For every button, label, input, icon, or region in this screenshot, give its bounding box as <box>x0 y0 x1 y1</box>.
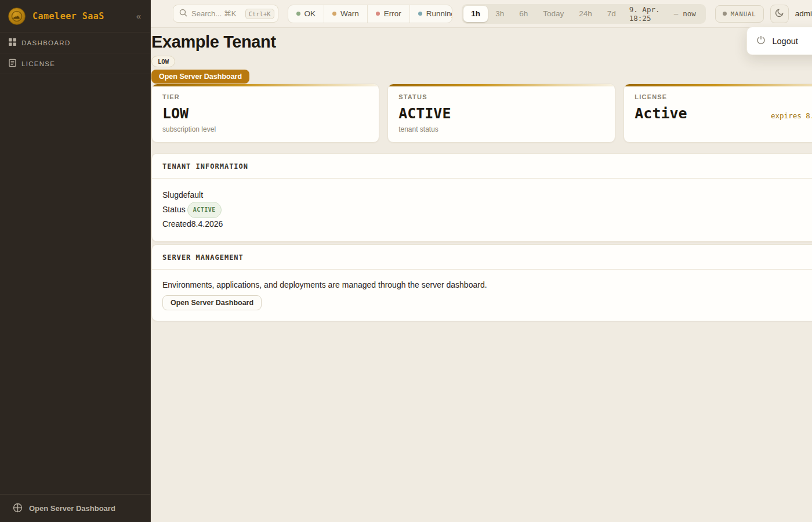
tier-stat-card: TIER LOW subscription level <box>151 84 379 143</box>
username-label: admin <box>795 9 812 18</box>
created-label: Created <box>162 218 191 231</box>
filter-label: OK <box>304 9 316 18</box>
search-box[interactable]: Ctrl+K <box>173 5 278 23</box>
power-icon <box>756 35 766 46</box>
sidebar-item-license[interactable]: LICENSE <box>0 53 150 74</box>
status-filter-group: OK Warn Error Running <box>288 5 453 23</box>
stat-subtitle: tenant status <box>398 125 604 133</box>
sidebar-header: Cameleer SaaS « <box>0 0 150 32</box>
grid-icon <box>8 38 17 48</box>
stat-subtitle: subscription level <box>162 125 368 133</box>
topbar: Ctrl+K OK Warn Error Running 1h 3h 6 <box>151 0 812 28</box>
time-range-6h[interactable]: 6h <box>512 6 535 22</box>
stat-label: TIER <box>162 93 368 100</box>
stats-row: TIER LOW subscription level STATUS ACTIV… <box>151 84 812 143</box>
filter-label: Running <box>426 9 453 18</box>
server-management-description: Environments, applications, and deployme… <box>162 280 812 289</box>
open-server-dashboard-button[interactable]: Open Server Dashboard <box>151 70 249 84</box>
status-stat-card: STATUS ACTIVE tenant status <box>387 84 615 143</box>
topbar-right-cluster: MANUAL admin AD <box>715 5 812 23</box>
time-range-3h[interactable]: 3h <box>488 6 512 22</box>
time-separator: — <box>674 9 679 18</box>
page-title: Example Tenant <box>151 32 812 52</box>
slug-label: Slug <box>162 189 179 202</box>
search-input[interactable] <box>191 9 241 18</box>
slug-row: Slugdefault <box>162 189 812 202</box>
sidebar-collapse-button[interactable]: « <box>134 9 143 23</box>
filter-ok-button[interactable]: OK <box>288 5 325 23</box>
search-icon <box>179 9 187 19</box>
time-range-display[interactable]: 9. Apr. 18:25 — now <box>624 5 704 23</box>
sidebar-item-label: LICENSE <box>21 60 55 67</box>
search-shortcut-kbd: Ctrl+K <box>245 9 274 19</box>
license-stat-card: LICENSE Active expires 8.4.2027 <box>624 84 812 143</box>
stat-value: ACTIVE <box>398 105 604 122</box>
sidebar-open-server-dashboard[interactable]: Open Server Dashboard <box>0 494 150 522</box>
status-label: Status <box>162 204 186 216</box>
sidebar-item-label: DASHBOARD <box>21 39 71 46</box>
filter-label: Warn <box>340 9 359 18</box>
time-range-24h[interactable]: 24h <box>571 6 600 22</box>
user-dropdown-menu: Logout <box>746 27 812 55</box>
status-row: StatusACTIVE <box>162 202 812 219</box>
manual-dot-icon <box>723 12 727 16</box>
refresh-mode-badge[interactable]: MANUAL <box>715 5 764 23</box>
stat-label: LICENSE <box>635 93 812 100</box>
stat-value: LOW <box>162 105 368 122</box>
status-active-badge: ACTIVE <box>187 202 222 219</box>
created-value: 8.4.2026 <box>191 218 223 231</box>
open-server-dashboard-secondary-button[interactable]: Open Server Dashboard <box>162 295 262 310</box>
running-dot-icon <box>418 12 422 16</box>
created-row: Created8.4.2026 <box>162 218 812 231</box>
filter-running-button[interactable]: Running <box>410 5 453 23</box>
time-to: now <box>683 9 696 18</box>
logout-menu-item[interactable]: Logout <box>751 31 812 51</box>
time-range-1h[interactable]: 1h <box>463 6 488 22</box>
brand-link[interactable]: Cameleer SaaS <box>8 8 134 25</box>
ok-dot-icon <box>296 12 300 16</box>
stat-value: Active <box>635 105 687 122</box>
filter-label: Error <box>384 9 401 18</box>
time-from: 9. Apr. 18:25 <box>629 5 669 23</box>
main-content: Example Tenant LOW Open Server Dashboard… <box>151 28 812 522</box>
logout-label: Logout <box>772 37 798 46</box>
refresh-mode-label: MANUAL <box>731 10 756 17</box>
time-range-7d[interactable]: 7d <box>600 6 624 22</box>
tier-badge: LOW <box>151 56 175 67</box>
server-management-body: Environments, applications, and deployme… <box>152 270 812 321</box>
time-range-today[interactable]: Today <box>535 6 571 22</box>
sidebar-nav: DASHBOARD LICENSE <box>0 32 150 494</box>
sidebar-item-dashboard[interactable]: DASHBOARD <box>0 32 150 53</box>
filter-error-button[interactable]: Error <box>368 5 410 23</box>
license-expiry: expires 8.4.2027 <box>771 111 812 120</box>
slug-value: default <box>179 189 203 202</box>
time-range-group: 1h 3h 6h Today 24h 7d 9. Apr. 18:25 — no… <box>462 4 705 24</box>
stat-label: STATUS <box>398 93 604 100</box>
sidebar-footer-label: Open Server Dashboard <box>29 504 115 513</box>
license-icon <box>8 59 17 68</box>
error-dot-icon <box>376 12 380 16</box>
globe-icon <box>13 503 23 514</box>
section-title: SERVER MANAGEMENT <box>152 245 812 270</box>
filter-warn-button[interactable]: Warn <box>324 5 368 23</box>
sidebar: Cameleer SaaS « DASHBOARD <box>0 0 151 522</box>
tenant-info-body: Slugdefault StatusACTIVE Created8.4.2026 <box>152 179 812 241</box>
warn-dot-icon <box>332 12 336 16</box>
brand-name: Cameleer SaaS <box>32 11 104 21</box>
tenant-information-card: TENANT INFORMATION Slugdefault StatusACT… <box>151 153 812 242</box>
moon-icon <box>775 8 784 19</box>
camel-logo-icon <box>8 8 26 25</box>
server-management-card: SERVER MANAGEMENT Environments, applicat… <box>151 244 812 321</box>
theme-toggle-button[interactable] <box>770 5 789 23</box>
section-title: TENANT INFORMATION <box>152 154 812 179</box>
